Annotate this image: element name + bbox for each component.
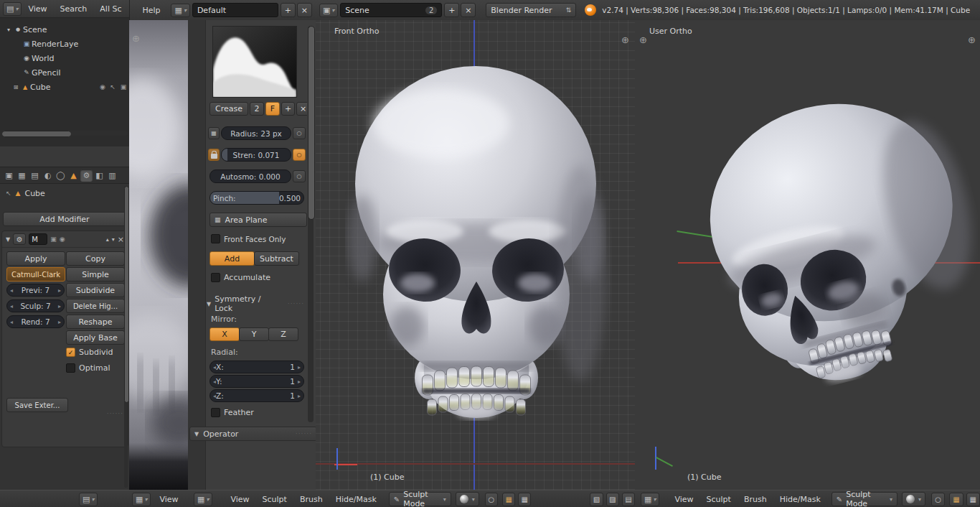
strength-slider[interactable]: Stren: 0.071 bbox=[221, 148, 291, 162]
add-layout-button[interactable]: + bbox=[281, 3, 296, 17]
pivot-center-icon[interactable]: ○ bbox=[485, 493, 498, 506]
radial-z-field[interactable]: ◂ Z: 1 ▸ bbox=[209, 389, 304, 402]
layers-grid-icon[interactable]: ▦ bbox=[949, 493, 963, 506]
catmull-clark-toggle[interactable]: Catmull-Clark bbox=[6, 267, 65, 282]
increment-icon[interactable]: ▸ bbox=[58, 287, 61, 294]
mirror-z-toggle[interactable]: Z bbox=[268, 327, 298, 341]
tool-shelf-scrollbar[interactable] bbox=[308, 26, 314, 422]
delete-layout-button[interactable]: × bbox=[297, 3, 312, 17]
modifier-name-field[interactable]: M bbox=[29, 233, 47, 245]
view3d-editor-type-button[interactable]: ▦ ▾ bbox=[194, 493, 212, 506]
outliner-filter-select[interactable]: All Sc bbox=[93, 4, 121, 14]
brush-users-button[interactable]: 2 bbox=[250, 102, 264, 116]
viewport-user[interactable]: User Ortho ⊕ ⊕ (1) Cube bbox=[635, 20, 980, 490]
radius-pressure-icon[interactable]: ○ bbox=[293, 127, 306, 139]
properties-vscrollbar[interactable] bbox=[124, 186, 128, 488]
mirror-x-toggle[interactable]: X bbox=[209, 327, 240, 341]
fake-user-toggle[interactable]: F bbox=[265, 102, 280, 116]
menu-help[interactable]: Help bbox=[136, 6, 166, 15]
strip-menu-view[interactable]: View bbox=[151, 495, 181, 504]
increment-icon[interactable]: ▸ bbox=[58, 319, 61, 325]
add-brush-button[interactable]: + bbox=[281, 102, 295, 116]
tree-row-scene[interactable]: ▾ ● Scene bbox=[0, 22, 129, 37]
preview-levels-field[interactable]: ◂ Previ: 7 ▸ bbox=[6, 284, 65, 297]
scene-icon-button[interactable]: ▣ ▾ bbox=[319, 4, 338, 17]
expand-icon[interactable]: ⊞ bbox=[11, 84, 20, 90]
panel-grip[interactable]: ······ bbox=[288, 302, 304, 306]
decrement-icon[interactable]: ◂ bbox=[10, 287, 13, 294]
delete-modifier-icon[interactable]: × bbox=[118, 235, 124, 244]
brush-select-button[interactable]: Crease bbox=[209, 102, 248, 116]
strength-pressure-icon[interactable]: ○ bbox=[293, 149, 306, 161]
subtract-toggle[interactable]: Subtract bbox=[254, 251, 299, 266]
reshape-button[interactable]: Reshape bbox=[66, 315, 125, 329]
tree-row-world[interactable]: ◉ World bbox=[0, 51, 129, 65]
viewport-visibility-icon[interactable]: ◉ bbox=[60, 236, 65, 243]
view3d-editor-type-button[interactable]: ▦ ▾ bbox=[641, 493, 659, 506]
apply-base-button[interactable]: Apply Base bbox=[66, 330, 125, 345]
simple-toggle[interactable]: Simple bbox=[66, 267, 125, 282]
copy-button[interactable]: Copy bbox=[66, 251, 125, 266]
increment-icon[interactable]: ▸ bbox=[298, 378, 301, 385]
tab-render-icon[interactable]: ▣ bbox=[3, 169, 15, 182]
snap-grid-icon[interactable]: ▦ bbox=[518, 493, 531, 506]
menu-sculpt[interactable]: Sculpt bbox=[256, 495, 293, 504]
selectability-cursor-icon[interactable]: ↖ bbox=[108, 83, 118, 90]
move-up-icon[interactable]: ▴ bbox=[106, 236, 109, 243]
apply-button[interactable]: Apply bbox=[6, 251, 65, 266]
collapse-icon[interactable]: ▼ bbox=[6, 236, 10, 243]
tree-label[interactable]: World bbox=[32, 54, 55, 63]
delete-scene-button[interactable]: × bbox=[461, 3, 476, 17]
tree-label[interactable]: GPencil bbox=[32, 68, 61, 78]
menu-brush[interactable]: Brush bbox=[738, 495, 773, 504]
subdivide-button[interactable]: Subdivide bbox=[66, 283, 125, 297]
screencast-icon[interactable]: ▤ bbox=[622, 493, 635, 506]
menu-sculpt[interactable]: Sculpt bbox=[700, 495, 738, 504]
collapse-icon[interactable]: ▾ bbox=[4, 27, 13, 33]
pin-icon[interactable]: ↖ bbox=[6, 190, 11, 197]
pinch-slider[interactable]: Pinch: 0.500 bbox=[209, 191, 304, 205]
subdivide-uvs-checkbox[interactable]: ✓ bbox=[66, 348, 75, 357]
render-layers-icon[interactable]: ▨ bbox=[606, 493, 619, 506]
tab-renderlayers-icon[interactable]: ▦ bbox=[16, 169, 28, 182]
modifier-panel-header[interactable]: ▼ ⚙ M ▣ ◉ ▴ ▾ × bbox=[2, 231, 128, 248]
autosmooth-pressure-icon[interactable]: ○ bbox=[293, 170, 306, 182]
pivot-center-icon[interactable]: ○ bbox=[931, 493, 945, 506]
tab-scene-icon[interactable]: ▤ bbox=[29, 169, 41, 182]
tree-label[interactable]: Cube bbox=[30, 83, 50, 92]
radial-y-field[interactable]: ◂ Y: 1 ▸ bbox=[209, 375, 304, 388]
add-toggle[interactable]: Add bbox=[209, 251, 255, 266]
feather-checkbox[interactable]: ✓ bbox=[211, 408, 220, 417]
render-preview-icon[interactable]: ▧ bbox=[590, 493, 603, 506]
tab-world-icon[interactable]: ◐ bbox=[42, 169, 54, 182]
panel-grip[interactable]: ······ bbox=[107, 412, 123, 416]
radius-unit-icon[interactable]: ▦ bbox=[208, 127, 220, 139]
symmetry-panel-header[interactable]: ▼ Symmetry / Lock ······ bbox=[207, 294, 304, 313]
menu-hide-mask[interactable]: Hide/Mask bbox=[329, 495, 383, 504]
outliner-menu-search[interactable]: Search bbox=[54, 4, 94, 14]
mode-select[interactable]: ✎ Sculpt Mode ▾ bbox=[831, 492, 897, 506]
menu-brush[interactable]: Brush bbox=[293, 495, 329, 504]
unlink-brush-button[interactable]: × bbox=[296, 102, 307, 116]
increment-icon[interactable]: ▸ bbox=[58, 303, 61, 310]
mode-select[interactable]: ✎ Sculpt Mode ▾ bbox=[389, 492, 451, 506]
menu-hide-mask[interactable]: Hide/Mask bbox=[773, 495, 827, 504]
outliner-menu-view[interactable]: View bbox=[22, 4, 53, 14]
render-visibility-icon[interactable]: ▣ bbox=[50, 236, 57, 243]
outliner-hscrollbar[interactable] bbox=[1, 131, 128, 136]
layout-name-field[interactable]: Default bbox=[192, 3, 278, 17]
tab-object2-icon[interactable]: ▲ bbox=[67, 169, 80, 182]
menu-view[interactable]: View bbox=[224, 495, 255, 504]
tab-modifiers-icon[interactable]: ⚙ bbox=[80, 169, 93, 182]
increment-icon[interactable]: ▸ bbox=[298, 364, 301, 371]
radius-slider[interactable]: Radius: 23 px bbox=[221, 126, 291, 140]
brush-preview[interactable] bbox=[212, 26, 297, 98]
region-expand-plus-icon[interactable]: ⊕ bbox=[621, 34, 629, 45]
screen-layout-icon-button[interactable]: ▦ ▾ bbox=[171, 4, 189, 17]
properties-editor-type-button[interactable]: ▤ ▾ bbox=[79, 493, 98, 506]
tab-material-icon[interactable]: ▥ bbox=[106, 169, 118, 182]
scene-users-badge[interactable]: 2 bbox=[425, 6, 437, 14]
decrement-icon[interactable]: ◂ bbox=[10, 319, 13, 325]
decrement-icon[interactable]: ◂ bbox=[10, 303, 13, 310]
viewport-shading-select[interactable]: ▾ bbox=[902, 492, 925, 506]
